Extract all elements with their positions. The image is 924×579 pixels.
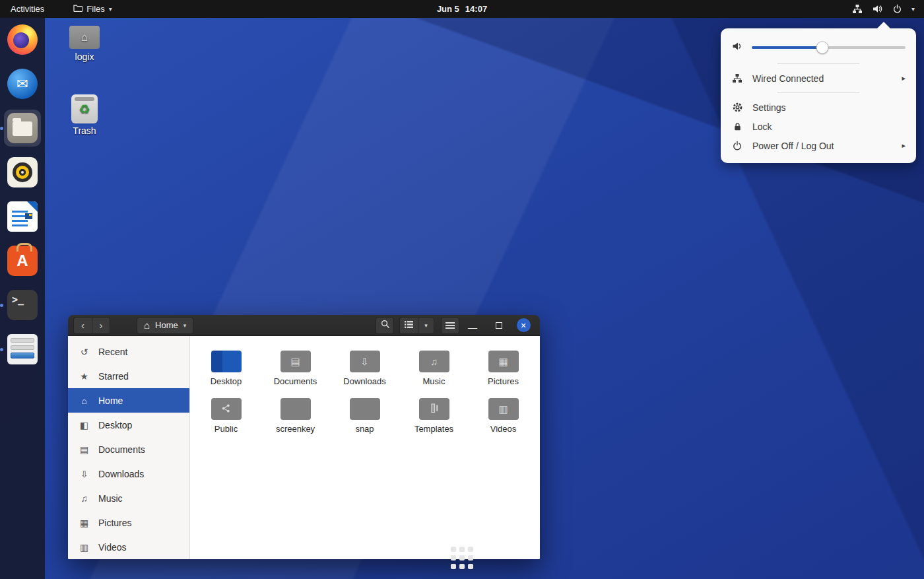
desktop-icon: ◧	[79, 420, 90, 430]
downloads-folder-icon: ⇩	[350, 351, 380, 372]
chevron-down-icon: ▾	[911, 5, 915, 13]
ubuntu-software-icon: A	[7, 246, 38, 276]
dock-item-preferences[interactable]	[7, 333, 38, 365]
titlebar[interactable]: ‹ › ⌂ Home ▾ ▾	[68, 315, 540, 336]
activities-button[interactable]: Activities	[4, 0, 51, 18]
dock-item-ubuntu-software[interactable]: A	[7, 245, 38, 277]
folder-label: Public	[214, 424, 238, 434]
folder-item-documents[interactable]: ▤ Documents	[261, 345, 330, 392]
close-button[interactable]: ×	[512, 318, 535, 332]
sidebar-item-label: Music	[98, 493, 123, 504]
search-button[interactable]	[376, 317, 394, 334]
forward-button[interactable]: ›	[92, 317, 110, 334]
show-applications-button[interactable]	[449, 545, 475, 571]
dock-item-terminal[interactable]: >_	[7, 289, 38, 321]
folder-item-screenkey[interactable]: screenkey	[261, 392, 330, 440]
network-wired-icon	[731, 73, 743, 83]
file-list-area[interactable]: Desktop ▤ Documents ⇩ Downloads ♫ Music	[190, 336, 540, 559]
menu-item-wired[interactable]: Wired Connected ▸	[721, 69, 916, 88]
sidebar-item-documents[interactable]: ▤ Documents	[68, 437, 189, 461]
folder-label: screenkey	[276, 424, 315, 434]
volume-slider-knob[interactable]	[816, 42, 829, 54]
top-panel: Activities Files ▾ Jun 5 14:07	[0, 0, 924, 18]
window-menu-button[interactable]	[441, 317, 459, 334]
sidebar-item-label: Home	[98, 395, 123, 406]
home-icon: ⌂	[144, 320, 150, 331]
folder-item-public[interactable]: Public	[191, 392, 261, 440]
folder-item-templates[interactable]: Templates	[399, 392, 469, 440]
picture-icon: ▦	[79, 518, 90, 528]
list-view-button[interactable]	[399, 317, 418, 334]
dock-item-files[interactable]	[7, 112, 38, 144]
volume-slider-fill	[752, 46, 822, 49]
submenu-arrow-icon: ▸	[902, 74, 906, 83]
menu-item-power[interactable]: Power Off / Log Out ▸	[721, 136, 916, 155]
sidebar-item-recent[interactable]: ↺ Recent	[68, 339, 189, 364]
recent-icon: ↺	[79, 347, 90, 357]
folder-label: Videos	[490, 424, 517, 434]
sidebar-item-label: Recent	[98, 347, 127, 357]
app-menu-button[interactable]: Files ▾	[67, 0, 118, 18]
sidebar-item-downloads[interactable]: ⇩ Downloads	[68, 461, 189, 486]
public-folder-icon	[211, 398, 242, 420]
desktop-icon-trash[interactable]: ♻ Trash	[63, 93, 106, 136]
sidebar-item-videos[interactable]: ▥ Videos	[68, 535, 189, 559]
star-icon: ★	[79, 371, 90, 382]
preferences-app-icon	[7, 334, 38, 364]
home-icon: ⌂	[81, 31, 88, 44]
music-folder-icon: ♫	[419, 351, 449, 372]
menu-separator	[777, 63, 859, 64]
thunderbird-icon: ✉	[7, 69, 38, 99]
sidebar-item-label: Desktop	[98, 420, 132, 430]
system-tray[interactable]: ▾	[843, 0, 924, 18]
sidebar-item-pictures[interactable]: ▦ Pictures	[68, 510, 189, 535]
videos-folder-icon: ▥	[488, 398, 519, 420]
film-emblem-icon: ▥	[498, 404, 508, 414]
plain-folder-icon	[280, 398, 311, 420]
lock-icon	[731, 121, 743, 132]
chevron-down-icon: ▾	[424, 322, 428, 329]
pictures-folder-icon: ▦	[488, 351, 519, 372]
folder-item-downloads[interactable]: ⇩ Downloads	[330, 345, 399, 392]
clock[interactable]: Jun 5 14:07	[437, 4, 487, 14]
back-button[interactable]: ‹	[73, 317, 92, 334]
sidebar-item-home[interactable]: ⌂ Home	[68, 388, 189, 413]
running-indicator	[0, 348, 3, 351]
sidebar-item-starred[interactable]: ★ Starred	[68, 364, 189, 388]
list-view-icon	[404, 320, 414, 331]
folder-item-desktop[interactable]: Desktop	[191, 345, 261, 392]
menu-item-label: Settings	[752, 102, 786, 113]
dock-item-thunderbird[interactable]: ✉	[7, 68, 38, 100]
document-emblem-icon: ▤	[290, 357, 300, 366]
folder-icon	[73, 4, 82, 14]
menu-item-lock[interactable]: Lock	[721, 117, 916, 136]
running-indicator	[0, 304, 3, 307]
dock-item-libreoffice-writer[interactable]	[7, 201, 38, 232]
music-note-icon: ♫	[79, 493, 90, 504]
maximize-icon	[496, 322, 502, 329]
dock-item-rhythmbox[interactable]	[7, 156, 38, 188]
folder-item-snap[interactable]: snap	[330, 392, 399, 440]
system-menu: Wired Connected ▸ Settings Lock Power Of…	[721, 28, 916, 163]
folder-item-music[interactable]: ♫ Music	[399, 345, 469, 392]
minimize-button[interactable]: —	[459, 318, 486, 333]
folder-label: Music	[423, 376, 446, 386]
folder-item-videos[interactable]: ▥ Videos	[469, 392, 538, 440]
menu-item-settings[interactable]: Settings	[721, 98, 916, 117]
sidebar: ↺ Recent ★ Starred ⌂ Home ◧ Desktop ▤	[68, 336, 190, 559]
desktop-icon-label: Trash	[63, 125, 106, 136]
folder-item-pictures[interactable]: ▦ Pictures	[469, 345, 538, 392]
volume-slider[interactable]	[752, 46, 906, 49]
view-options-button[interactable]: ▾	[418, 317, 434, 334]
sidebar-item-music[interactable]: ♫ Music	[68, 486, 189, 510]
dock-item-firefox[interactable]	[7, 24, 38, 55]
popup-arrow	[876, 22, 891, 29]
desktop-icon-logix[interactable]: ⌂ logix	[63, 22, 106, 62]
location-button[interactable]: ⌂ Home ▾	[137, 317, 193, 334]
close-icon: ×	[517, 318, 531, 332]
volume-icon	[872, 4, 883, 14]
sidebar-item-desktop[interactable]: ◧ Desktop	[68, 413, 189, 437]
power-icon	[892, 4, 902, 14]
picture-emblem-icon: ▦	[498, 357, 508, 366]
maximize-button[interactable]	[486, 322, 512, 329]
